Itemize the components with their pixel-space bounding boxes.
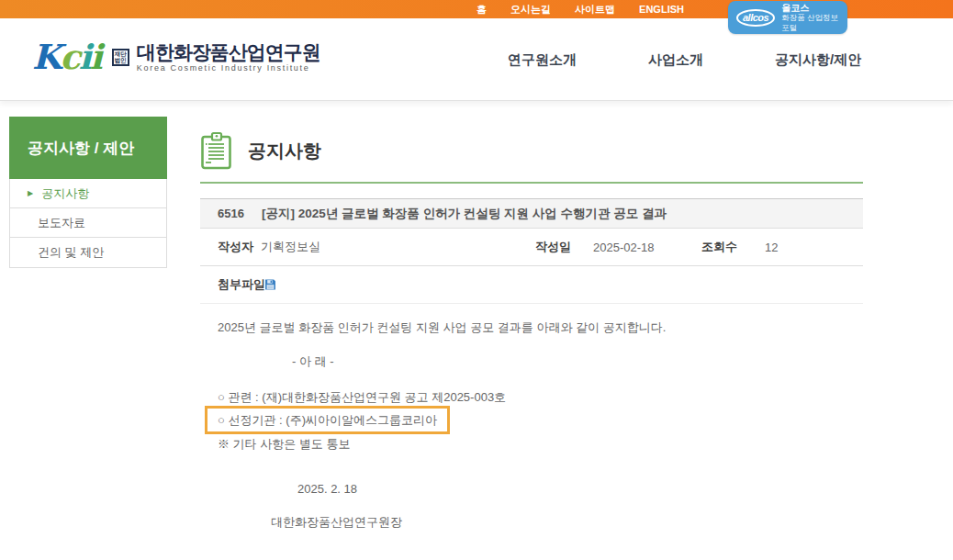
attachment-label: 첨부파일 (218, 276, 265, 293)
highlight-box: ○ 선정기관 : (주)씨아이알에스그룹코리아 (205, 406, 450, 434)
sidebar-menu: ▶ 공지사항 보도자료 건의 및 제안 (9, 179, 167, 268)
sidebar: 공지사항 / 제안 ▶ 공지사항 보도자료 건의 및 제안 (9, 117, 167, 268)
notice-number: 6516 (218, 207, 262, 220)
nav-item-notice[interactable]: 공지사항/제안 (775, 51, 861, 69)
sidebar-title: 공지사항 / 제안 (9, 117, 167, 179)
sidebar-item-label: 보도자료 (38, 215, 85, 231)
topbar-link-home[interactable]: 홈 (476, 3, 487, 17)
sidebar-item-label: 건의 및 제안 (38, 244, 104, 261)
kcii-logo[interactable]: Kcii 재단 법인 대한화장품산업연구원 Korea Cosmetic Ind… (32, 39, 320, 75)
notice-title-row: 6516 [공지] 2025년 글로벌 화장품 인허가 컨설팅 지원 사업 수행… (200, 198, 863, 229)
author-label: 작성자 (218, 239, 253, 255)
kcii-logo-script: Kcii (32, 39, 101, 75)
sidebar-item-press[interactable]: 보도자료 (10, 208, 166, 238)
allcos-portal-badge[interactable]: allcos 올코스 화장품 산업정보 포털 (728, 1, 847, 34)
body-selected-line: ○ 선정기관 : (주)씨아이알에스그룹코리아 (218, 413, 437, 427)
body-related-line: ○ 관련 : (재)대한화장품산업연구원 공고 제2025-003호 (218, 390, 863, 404)
floppy-disk-icon[interactable] (264, 279, 276, 291)
body-date: 2025. 2. 18 (297, 482, 863, 496)
body-below-marker: - 아 래 - (292, 354, 863, 368)
views-value: 12 (765, 241, 778, 254)
notice-detail: 공지사항 6516 [공지] 2025년 글로벌 화장품 인허가 컨설팅 지원 … (200, 129, 863, 529)
allcos-caption: 올코스 화장품 산업정보 포털 (781, 3, 847, 33)
sidebar-item-label: 공지사항 (41, 185, 89, 202)
org-name-korean: 대한화장품산업연구원 (137, 41, 320, 62)
page-title: 공지사항 (248, 139, 321, 163)
page-heading: 공지사항 (200, 129, 863, 173)
notice-meta-row: 작성자 기획정보실 작성일 2025-02-18 조회수 12 (200, 229, 863, 266)
attachment-row: 첨부파일 (200, 266, 863, 304)
foundation-seal: 재단 법인 (112, 49, 129, 66)
top-utility-links: 홈 오시는길 사이트맵 ENGLISH (476, 0, 684, 18)
org-name-block: 대한화장품산업연구원 Korea Cosmetic Industry Insti… (137, 41, 320, 73)
sidebar-item-suggestion[interactable]: 건의 및 제안 (10, 238, 166, 267)
body-signature: 대한화장품산업연구원장 (271, 515, 863, 529)
clipboard-icon (200, 131, 234, 171)
topbar-link-english[interactable]: ENGLISH (639, 4, 684, 15)
date-label: 작성일 (535, 239, 571, 255)
body-etc-line: ※ 기타 사항은 별도 통보 (218, 437, 863, 451)
views-label: 조회수 (701, 239, 737, 255)
allcos-caption-line1: 올코스 (781, 3, 847, 13)
title-divider (200, 182, 863, 184)
notice-title: [공지] 2025년 글로벌 화장품 인허가 컨설팅 지원 사업 수행기관 공모… (262, 206, 667, 222)
nav-item-business[interactable]: 사업소개 (648, 51, 703, 69)
nav-item-about[interactable]: 연구원소개 (508, 51, 577, 69)
date-value: 2025-02-18 (593, 241, 655, 254)
org-name-english: Korea Cosmetic Industry Institute (137, 63, 320, 73)
author-value: 기획정보실 (261, 239, 320, 255)
body-intro: 2025년 글로벌 화장품 인허가 컨설팅 지원 사업 공모 결과를 아래와 같… (218, 320, 863, 334)
sidebar-item-notice[interactable]: ▶ 공지사항 (10, 179, 166, 208)
allcos-caption-line2: 화장품 산업정보 포털 (781, 13, 847, 33)
topbar-link-directions[interactable]: 오시는길 (510, 3, 551, 17)
topbar-link-sitemap[interactable]: 사이트맵 (575, 3, 615, 17)
active-arrow-icon: ▶ (28, 190, 33, 197)
allcos-logo: allcos (736, 9, 775, 27)
notice-body: 2025년 글로벌 화장품 인허가 컨설팅 지원 사업 공모 결과를 아래와 같… (200, 320, 863, 529)
